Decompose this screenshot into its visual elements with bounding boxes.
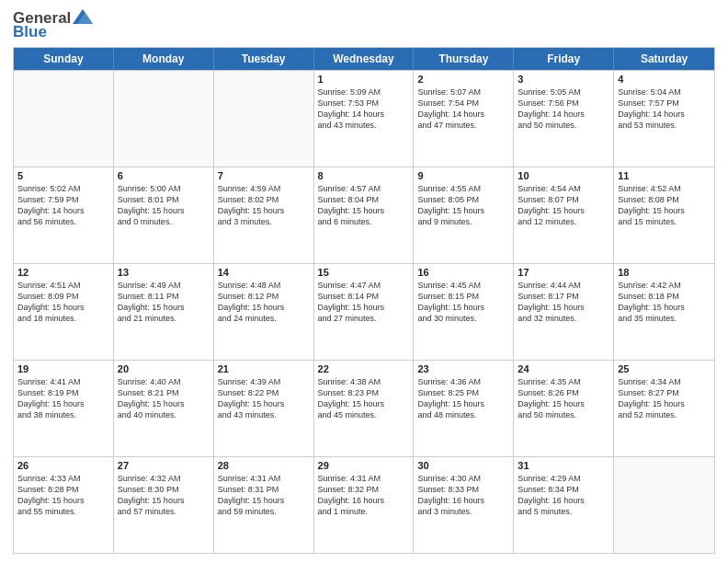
day-number: 14 bbox=[218, 267, 310, 278]
day-info-line: Sunset: 8:32 PM bbox=[318, 484, 410, 495]
day-info-line: Sunrise: 4:49 AM bbox=[118, 280, 210, 291]
day-info-line: Sunrise: 4:33 AM bbox=[17, 473, 109, 484]
day-info-line: Daylight: 15 hours bbox=[618, 205, 711, 216]
calendar-day-28: 28Sunrise: 4:31 AMSunset: 8:31 PMDayligh… bbox=[214, 457, 314, 553]
day-info-line: Sunset: 8:04 PM bbox=[318, 194, 410, 205]
calendar-empty-cell bbox=[614, 457, 714, 553]
day-number: 24 bbox=[518, 363, 609, 374]
day-info-line: and 40 minutes. bbox=[118, 409, 210, 420]
day-number: 8 bbox=[318, 170, 410, 181]
calendar-day-9: 9Sunrise: 4:55 AMSunset: 8:05 PMDaylight… bbox=[414, 167, 514, 263]
day-info-line: Sunrise: 4:51 AM bbox=[17, 280, 109, 291]
day-info-line: Sunrise: 4:47 AM bbox=[318, 280, 410, 291]
day-info-line: Sunset: 8:30 PM bbox=[118, 484, 210, 495]
day-info-line: and 56 minutes. bbox=[17, 216, 109, 227]
calendar-week-2: 5Sunrise: 5:02 AMSunset: 7:59 PMDaylight… bbox=[14, 167, 714, 263]
day-info-line: Daylight: 15 hours bbox=[518, 302, 609, 313]
day-info-line: Daylight: 15 hours bbox=[17, 302, 109, 313]
day-info-line: Sunset: 7:59 PM bbox=[17, 194, 109, 205]
day-info-line: Sunrise: 4:41 AM bbox=[17, 376, 109, 387]
calendar-day-23: 23Sunrise: 4:36 AMSunset: 8:25 PMDayligh… bbox=[414, 361, 514, 456]
day-info-line: Sunset: 7:56 PM bbox=[518, 98, 609, 109]
day-info-line: and 43 minutes. bbox=[318, 120, 410, 131]
calendar-day-20: 20Sunrise: 4:40 AMSunset: 8:21 PMDayligh… bbox=[114, 361, 214, 456]
day-info-line: Sunrise: 4:40 AM bbox=[118, 376, 210, 387]
day-info-line: Sunset: 7:53 PM bbox=[318, 98, 410, 109]
calendar-day-27: 27Sunrise: 4:32 AMSunset: 8:30 PMDayligh… bbox=[114, 457, 214, 553]
calendar-week-1: 1Sunrise: 5:09 AMSunset: 7:53 PMDaylight… bbox=[14, 70, 714, 167]
day-info-line: Sunrise: 4:36 AM bbox=[417, 376, 509, 387]
day-info-line: Daylight: 15 hours bbox=[118, 398, 210, 409]
day-info-line: Sunset: 8:07 PM bbox=[518, 194, 609, 205]
day-info-line: and 27 minutes. bbox=[318, 313, 410, 324]
weekday-header-monday: Monday bbox=[114, 48, 214, 70]
calendar-day-10: 10Sunrise: 4:54 AMSunset: 8:07 PMDayligh… bbox=[514, 167, 614, 263]
day-info-line: Sunset: 8:08 PM bbox=[618, 194, 711, 205]
day-info-line: Sunset: 8:31 PM bbox=[218, 484, 310, 495]
day-info-line: Sunset: 8:09 PM bbox=[17, 291, 109, 302]
day-info-line: Daylight: 15 hours bbox=[118, 205, 210, 216]
day-info-line: Daylight: 14 hours bbox=[417, 109, 509, 120]
day-info-line: Sunrise: 4:34 AM bbox=[618, 376, 711, 387]
weekday-header-saturday: Saturday bbox=[614, 48, 714, 70]
day-number: 13 bbox=[118, 267, 210, 278]
calendar-day-8: 8Sunrise: 4:57 AMSunset: 8:04 PMDaylight… bbox=[314, 167, 415, 263]
day-number: 4 bbox=[618, 74, 711, 85]
calendar-day-17: 17Sunrise: 4:44 AMSunset: 8:17 PMDayligh… bbox=[514, 264, 614, 360]
day-info-line: Daylight: 16 hours bbox=[417, 495, 509, 506]
day-number: 30 bbox=[417, 460, 509, 471]
day-info-line: Sunrise: 4:45 AM bbox=[417, 280, 509, 291]
calendar-day-25: 25Sunrise: 4:34 AMSunset: 8:27 PMDayligh… bbox=[614, 361, 714, 456]
day-info-line: Daylight: 15 hours bbox=[218, 302, 310, 313]
day-number: 25 bbox=[618, 363, 711, 374]
calendar-day-21: 21Sunrise: 4:39 AMSunset: 8:22 PMDayligh… bbox=[214, 361, 314, 456]
day-info-line: Daylight: 15 hours bbox=[618, 398, 711, 409]
calendar-day-15: 15Sunrise: 4:47 AMSunset: 8:14 PMDayligh… bbox=[314, 264, 415, 360]
calendar-day-18: 18Sunrise: 4:42 AMSunset: 8:18 PMDayligh… bbox=[614, 264, 714, 360]
calendar-day-11: 11Sunrise: 4:52 AMSunset: 8:08 PMDayligh… bbox=[614, 167, 714, 263]
day-info-line: Sunset: 8:21 PM bbox=[118, 387, 210, 398]
day-info-line: Daylight: 14 hours bbox=[518, 109, 609, 120]
calendar-day-3: 3Sunrise: 5:05 AMSunset: 7:56 PMDaylight… bbox=[514, 71, 614, 167]
day-info-line: Sunrise: 4:38 AM bbox=[318, 376, 410, 387]
day-info-line: Sunset: 7:54 PM bbox=[417, 98, 509, 109]
day-info-line: Sunset: 8:18 PM bbox=[618, 291, 711, 302]
day-info-line: Sunrise: 5:09 AM bbox=[318, 86, 410, 98]
day-info-line: Sunset: 8:05 PM bbox=[417, 194, 509, 205]
day-info-line: and 52 minutes. bbox=[618, 409, 711, 420]
day-info-line: Sunset: 8:17 PM bbox=[518, 291, 609, 302]
calendar-day-13: 13Sunrise: 4:49 AMSunset: 8:11 PMDayligh… bbox=[114, 264, 214, 360]
logo-blue-text: Blue bbox=[13, 24, 47, 40]
day-info-line: Daylight: 15 hours bbox=[318, 398, 410, 409]
day-info-line: and 50 minutes. bbox=[518, 120, 609, 131]
calendar-day-7: 7Sunrise: 4:59 AMSunset: 8:02 PMDaylight… bbox=[214, 167, 314, 263]
day-number: 17 bbox=[518, 267, 609, 278]
day-number: 12 bbox=[17, 267, 109, 278]
logo: General Blue bbox=[13, 9, 93, 40]
day-info-line: Daylight: 15 hours bbox=[17, 495, 109, 506]
day-info-line: Daylight: 15 hours bbox=[118, 495, 210, 506]
calendar-day-12: 12Sunrise: 4:51 AMSunset: 8:09 PMDayligh… bbox=[14, 264, 114, 360]
day-info-line: and 1 minute. bbox=[318, 506, 410, 517]
calendar-day-19: 19Sunrise: 4:41 AMSunset: 8:19 PMDayligh… bbox=[14, 361, 114, 456]
day-number: 19 bbox=[17, 363, 109, 374]
day-info-line: and 21 minutes. bbox=[118, 313, 210, 324]
day-info-line: Daylight: 14 hours bbox=[17, 205, 109, 216]
calendar-day-29: 29Sunrise: 4:31 AMSunset: 8:32 PMDayligh… bbox=[314, 457, 415, 553]
day-info-line: Sunrise: 5:00 AM bbox=[118, 183, 210, 194]
calendar-day-24: 24Sunrise: 4:35 AMSunset: 8:26 PMDayligh… bbox=[514, 361, 614, 456]
calendar-day-2: 2Sunrise: 5:07 AMSunset: 7:54 PMDaylight… bbox=[414, 71, 514, 167]
day-info-line: Daylight: 15 hours bbox=[417, 205, 509, 216]
day-info-line: and 38 minutes. bbox=[17, 409, 109, 420]
day-number: 16 bbox=[417, 267, 509, 278]
day-info-line: Sunset: 8:11 PM bbox=[118, 291, 210, 302]
day-number: 29 bbox=[318, 460, 410, 471]
day-info-line: Sunset: 8:28 PM bbox=[17, 484, 109, 495]
day-info-line: Sunrise: 4:31 AM bbox=[218, 473, 310, 484]
weekday-header-wednesday: Wednesday bbox=[314, 48, 415, 70]
day-info-line: Sunrise: 4:39 AM bbox=[218, 376, 310, 387]
day-info-line: Sunrise: 4:35 AM bbox=[518, 376, 609, 387]
calendar-day-22: 22Sunrise: 4:38 AMSunset: 8:23 PMDayligh… bbox=[314, 361, 415, 456]
day-number: 20 bbox=[118, 363, 210, 374]
day-number: 22 bbox=[318, 363, 410, 374]
